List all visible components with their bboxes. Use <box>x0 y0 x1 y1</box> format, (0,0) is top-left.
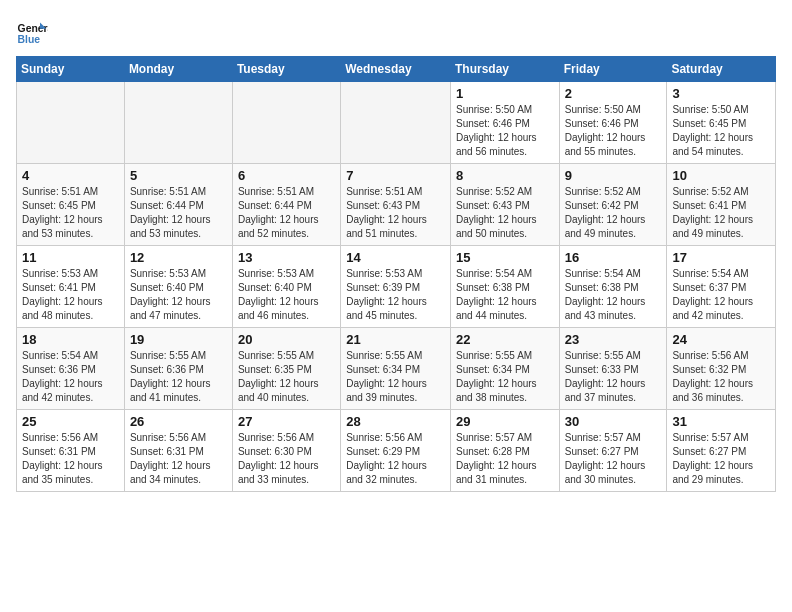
day-info: Sunrise: 5:51 AMSunset: 6:44 PMDaylight:… <box>238 185 335 241</box>
calendar-cell: 25Sunrise: 5:56 AMSunset: 6:31 PMDayligh… <box>17 410 125 492</box>
calendar-cell: 8Sunrise: 5:52 AMSunset: 6:43 PMDaylight… <box>450 164 559 246</box>
calendar-cell: 5Sunrise: 5:51 AMSunset: 6:44 PMDaylight… <box>124 164 232 246</box>
day-number: 6 <box>238 168 335 183</box>
day-info: Sunrise: 5:51 AMSunset: 6:44 PMDaylight:… <box>130 185 227 241</box>
day-number: 28 <box>346 414 445 429</box>
day-number: 14 <box>346 250 445 265</box>
calendar-cell: 20Sunrise: 5:55 AMSunset: 6:35 PMDayligh… <box>232 328 340 410</box>
calendar-cell: 19Sunrise: 5:55 AMSunset: 6:36 PMDayligh… <box>124 328 232 410</box>
day-info: Sunrise: 5:53 AMSunset: 6:41 PMDaylight:… <box>22 267 119 323</box>
day-number: 15 <box>456 250 554 265</box>
day-number: 30 <box>565 414 662 429</box>
calendar-cell: 23Sunrise: 5:55 AMSunset: 6:33 PMDayligh… <box>559 328 667 410</box>
calendar-cell: 7Sunrise: 5:51 AMSunset: 6:43 PMDaylight… <box>341 164 451 246</box>
day-info: Sunrise: 5:50 AMSunset: 6:45 PMDaylight:… <box>672 103 770 159</box>
day-info: Sunrise: 5:52 AMSunset: 6:43 PMDaylight:… <box>456 185 554 241</box>
calendar-cell <box>232 82 340 164</box>
day-info: Sunrise: 5:50 AMSunset: 6:46 PMDaylight:… <box>565 103 662 159</box>
calendar-cell <box>124 82 232 164</box>
day-number: 12 <box>130 250 227 265</box>
calendar-cell <box>341 82 451 164</box>
col-header-monday: Monday <box>124 57 232 82</box>
calendar-week-row: 11Sunrise: 5:53 AMSunset: 6:41 PMDayligh… <box>17 246 776 328</box>
calendar-cell: 17Sunrise: 5:54 AMSunset: 6:37 PMDayligh… <box>667 246 776 328</box>
calendar-cell: 4Sunrise: 5:51 AMSunset: 6:45 PMDaylight… <box>17 164 125 246</box>
day-info: Sunrise: 5:50 AMSunset: 6:46 PMDaylight:… <box>456 103 554 159</box>
day-number: 24 <box>672 332 770 347</box>
calendar-cell: 15Sunrise: 5:54 AMSunset: 6:38 PMDayligh… <box>450 246 559 328</box>
calendar-cell: 31Sunrise: 5:57 AMSunset: 6:27 PMDayligh… <box>667 410 776 492</box>
day-number: 10 <box>672 168 770 183</box>
calendar-cell: 6Sunrise: 5:51 AMSunset: 6:44 PMDaylight… <box>232 164 340 246</box>
day-info: Sunrise: 5:51 AMSunset: 6:43 PMDaylight:… <box>346 185 445 241</box>
logo-icon: General Blue <box>16 16 48 48</box>
col-header-tuesday: Tuesday <box>232 57 340 82</box>
calendar-cell: 2Sunrise: 5:50 AMSunset: 6:46 PMDaylight… <box>559 82 667 164</box>
calendar-week-row: 25Sunrise: 5:56 AMSunset: 6:31 PMDayligh… <box>17 410 776 492</box>
day-number: 3 <box>672 86 770 101</box>
calendar-cell: 1Sunrise: 5:50 AMSunset: 6:46 PMDaylight… <box>450 82 559 164</box>
calendar-cell: 18Sunrise: 5:54 AMSunset: 6:36 PMDayligh… <box>17 328 125 410</box>
col-header-thursday: Thursday <box>450 57 559 82</box>
day-number: 16 <box>565 250 662 265</box>
day-info: Sunrise: 5:53 AMSunset: 6:40 PMDaylight:… <box>238 267 335 323</box>
day-number: 4 <box>22 168 119 183</box>
calendar-cell: 3Sunrise: 5:50 AMSunset: 6:45 PMDaylight… <box>667 82 776 164</box>
calendar-week-row: 1Sunrise: 5:50 AMSunset: 6:46 PMDaylight… <box>17 82 776 164</box>
day-info: Sunrise: 5:55 AMSunset: 6:34 PMDaylight:… <box>456 349 554 405</box>
day-number: 9 <box>565 168 662 183</box>
col-header-friday: Friday <box>559 57 667 82</box>
day-number: 26 <box>130 414 227 429</box>
calendar-cell: 30Sunrise: 5:57 AMSunset: 6:27 PMDayligh… <box>559 410 667 492</box>
calendar-week-row: 4Sunrise: 5:51 AMSunset: 6:45 PMDaylight… <box>17 164 776 246</box>
calendar-cell: 29Sunrise: 5:57 AMSunset: 6:28 PMDayligh… <box>450 410 559 492</box>
day-info: Sunrise: 5:57 AMSunset: 6:27 PMDaylight:… <box>672 431 770 487</box>
day-number: 22 <box>456 332 554 347</box>
day-info: Sunrise: 5:54 AMSunset: 6:37 PMDaylight:… <box>672 267 770 323</box>
calendar-cell: 11Sunrise: 5:53 AMSunset: 6:41 PMDayligh… <box>17 246 125 328</box>
day-number: 31 <box>672 414 770 429</box>
calendar-cell: 16Sunrise: 5:54 AMSunset: 6:38 PMDayligh… <box>559 246 667 328</box>
day-info: Sunrise: 5:54 AMSunset: 6:38 PMDaylight:… <box>456 267 554 323</box>
calendar-cell: 21Sunrise: 5:55 AMSunset: 6:34 PMDayligh… <box>341 328 451 410</box>
day-info: Sunrise: 5:56 AMSunset: 6:30 PMDaylight:… <box>238 431 335 487</box>
day-info: Sunrise: 5:52 AMSunset: 6:41 PMDaylight:… <box>672 185 770 241</box>
day-number: 11 <box>22 250 119 265</box>
calendar-table: SundayMondayTuesdayWednesdayThursdayFrid… <box>16 56 776 492</box>
day-info: Sunrise: 5:55 AMSunset: 6:33 PMDaylight:… <box>565 349 662 405</box>
calendar-cell: 28Sunrise: 5:56 AMSunset: 6:29 PMDayligh… <box>341 410 451 492</box>
day-number: 13 <box>238 250 335 265</box>
col-header-wednesday: Wednesday <box>341 57 451 82</box>
day-number: 8 <box>456 168 554 183</box>
day-number: 2 <box>565 86 662 101</box>
day-info: Sunrise: 5:52 AMSunset: 6:42 PMDaylight:… <box>565 185 662 241</box>
day-number: 21 <box>346 332 445 347</box>
day-info: Sunrise: 5:54 AMSunset: 6:36 PMDaylight:… <box>22 349 119 405</box>
calendar-cell: 10Sunrise: 5:52 AMSunset: 6:41 PMDayligh… <box>667 164 776 246</box>
day-number: 23 <box>565 332 662 347</box>
day-number: 1 <box>456 86 554 101</box>
day-number: 18 <box>22 332 119 347</box>
calendar-cell: 12Sunrise: 5:53 AMSunset: 6:40 PMDayligh… <box>124 246 232 328</box>
day-number: 17 <box>672 250 770 265</box>
calendar-cell: 24Sunrise: 5:56 AMSunset: 6:32 PMDayligh… <box>667 328 776 410</box>
page-header: General Blue <box>16 16 776 48</box>
calendar-cell: 22Sunrise: 5:55 AMSunset: 6:34 PMDayligh… <box>450 328 559 410</box>
logo: General Blue <box>16 16 48 48</box>
day-info: Sunrise: 5:55 AMSunset: 6:35 PMDaylight:… <box>238 349 335 405</box>
day-info: Sunrise: 5:55 AMSunset: 6:36 PMDaylight:… <box>130 349 227 405</box>
day-info: Sunrise: 5:56 AMSunset: 6:32 PMDaylight:… <box>672 349 770 405</box>
calendar-cell: 14Sunrise: 5:53 AMSunset: 6:39 PMDayligh… <box>341 246 451 328</box>
col-header-sunday: Sunday <box>17 57 125 82</box>
day-number: 27 <box>238 414 335 429</box>
calendar-cell: 26Sunrise: 5:56 AMSunset: 6:31 PMDayligh… <box>124 410 232 492</box>
day-info: Sunrise: 5:55 AMSunset: 6:34 PMDaylight:… <box>346 349 445 405</box>
day-number: 25 <box>22 414 119 429</box>
calendar-header-row: SundayMondayTuesdayWednesdayThursdayFrid… <box>17 57 776 82</box>
svg-text:Blue: Blue <box>18 34 41 45</box>
day-info: Sunrise: 5:53 AMSunset: 6:40 PMDaylight:… <box>130 267 227 323</box>
day-info: Sunrise: 5:51 AMSunset: 6:45 PMDaylight:… <box>22 185 119 241</box>
day-info: Sunrise: 5:54 AMSunset: 6:38 PMDaylight:… <box>565 267 662 323</box>
calendar-week-row: 18Sunrise: 5:54 AMSunset: 6:36 PMDayligh… <box>17 328 776 410</box>
day-number: 7 <box>346 168 445 183</box>
